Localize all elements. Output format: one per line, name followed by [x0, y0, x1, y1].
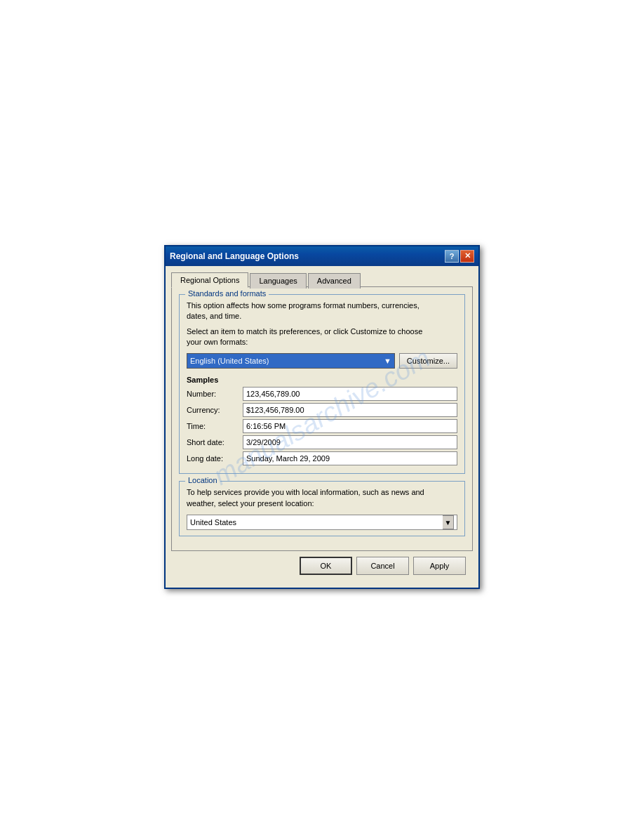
cancel-button[interactable]: Cancel — [356, 557, 409, 575]
number-label: Number: — [187, 390, 243, 398]
location-group: Location To help services provide you wi… — [179, 481, 465, 536]
dialog-wrapper: manualsarchive.com Regional and Language… — [164, 245, 480, 589]
locale-dropdown-row: English (United States) ▼ Customize... — [187, 353, 457, 369]
standards-group-label: Standards and formats — [185, 289, 269, 298]
title-bar-buttons: ? ✕ — [445, 250, 474, 263]
table-row: Currency: $123,456,789.00 — [187, 403, 457, 417]
location-dropdown-value: United States — [190, 518, 236, 527]
number-value: 123,456,789.00 — [243, 387, 457, 401]
tab-languages[interactable]: Languages — [250, 273, 306, 289]
standards-description: This option affects how some programs fo… — [187, 300, 457, 322]
locale-dropdown-value: English (United States) — [190, 357, 269, 365]
standards-description2: Select an item to match its preferences,… — [187, 326, 457, 348]
time-value: 6:16:56 PM — [243, 419, 457, 433]
short-date-label: Short date: — [187, 438, 243, 446]
short-date-value: 3/29/2009 — [243, 435, 457, 449]
tab-content: Standards and formats This option affect… — [171, 286, 473, 551]
location-description: To help services provide you with local … — [187, 487, 457, 509]
ok-button[interactable]: OK — [300, 557, 352, 575]
customize-button[interactable]: Customize... — [399, 353, 457, 369]
locale-dropdown[interactable]: English (United States) ▼ — [187, 353, 395, 369]
samples-label: Samples — [187, 376, 457, 384]
table-row: Long date: Sunday, March 29, 2009 — [187, 451, 457, 465]
location-dropdown[interactable]: United States ▼ — [187, 515, 457, 530]
table-row: Time: 6:16:56 PM — [187, 419, 457, 433]
time-label: Time: — [187, 422, 243, 430]
dialog-title: Regional and Language Options — [170, 251, 299, 261]
table-row: Short date: 3/29/2009 — [187, 435, 457, 449]
help-button[interactable]: ? — [445, 250, 459, 263]
samples-section: Samples Number: 123,456,789.00 Currency:… — [187, 376, 457, 465]
location-dropdown-arrow[interactable]: ▼ — [443, 515, 454, 529]
currency-label: Currency: — [187, 406, 243, 414]
long-date-value: Sunday, March 29, 2009 — [243, 451, 457, 465]
table-row: Number: 123,456,789.00 — [187, 387, 457, 401]
tab-bar: Regional Options Languages Advanced — [171, 272, 473, 287]
close-button[interactable]: ✕ — [460, 250, 474, 263]
tab-advanced[interactable]: Advanced — [308, 273, 361, 289]
dropdown-chevron-icon: ▼ — [384, 357, 391, 365]
long-date-label: Long date: — [187, 454, 243, 463]
dialog: Regional and Language Options ? ✕ Region… — [164, 245, 480, 589]
title-bar: Regional and Language Options ? ✕ — [166, 246, 478, 266]
standards-group: Standards and formats This option affect… — [179, 294, 465, 475]
location-dropdown-row: United States ▼ — [187, 515, 457, 530]
currency-value: $123,456,789.00 — [243, 403, 457, 417]
location-group-label: Location — [185, 476, 220, 484]
apply-button[interactable]: Apply — [413, 557, 466, 575]
dialog-footer: OK Cancel Apply — [171, 551, 473, 582]
tab-regional-options[interactable]: Regional Options — [171, 272, 248, 288]
dialog-body: Regional Options Languages Advanced Stan… — [166, 266, 478, 588]
